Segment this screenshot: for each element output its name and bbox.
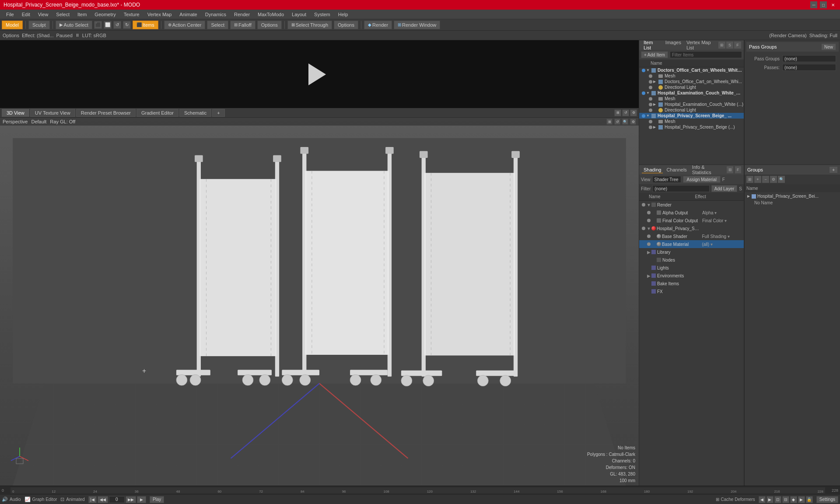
groups-tb-icon-1[interactable]: ⊞ — [746, 176, 753, 183]
action-center-button[interactable]: ⊕ Action Center — [164, 21, 206, 29]
minimize-button[interactable]: ─ — [810, 1, 817, 8]
viewport-icon-1[interactable]: ⊞ — [614, 109, 621, 116]
options1-button[interactable]: Options — [257, 21, 282, 29]
groups-tb-icon-4[interactable]: ⚙ — [770, 176, 777, 183]
groups-tb-icon-2[interactable]: + — [754, 176, 761, 183]
paused-label[interactable]: Paused — [56, 33, 72, 38]
vp-reset-icon[interactable]: ↺ — [614, 119, 620, 125]
render-button[interactable]: ◆ Render — [364, 21, 392, 29]
list-item[interactable]: Mesh — [639, 73, 744, 79]
viewport-icon-3[interactable]: ⚙ — [630, 109, 637, 116]
groups-tb-icon-5[interactable]: 🔍 — [778, 176, 785, 183]
timeline-ruler[interactable]: 0 12 24 36 48 60 72 84 96 108 120 132 14… — [10, 487, 825, 494]
menu-view[interactable]: View — [35, 11, 52, 18]
menu-edit[interactable]: Edit — [18, 11, 34, 18]
shader-item[interactable]: Bake Items — [639, 280, 744, 287]
close-button[interactable]: ✕ — [830, 1, 836, 8]
menu-render[interactable]: Render — [231, 11, 253, 18]
transport-icon-6[interactable]: ▶ — [798, 496, 805, 503]
group-expand-arrow[interactable]: ▶ — [747, 194, 752, 198]
shader-item[interactable]: ▶ Library — [639, 248, 744, 256]
toolbar-icon-1[interactable]: ⬛ — [94, 21, 102, 29]
menu-item[interactable]: Item — [74, 11, 90, 18]
play-label-button[interactable]: Play — [150, 496, 164, 503]
tab-gradient-editor[interactable]: Gradient Editor — [136, 109, 178, 117]
menu-geometry[interactable]: Geometry — [91, 11, 119, 18]
tab-item-list[interactable]: Item List — [642, 39, 662, 51]
list-item[interactable]: ▶ Doctors_Office_Cart_on_Wheels_Whi... — [639, 79, 744, 84]
menu-maxtomodo[interactable]: MaxToModo — [254, 11, 287, 18]
items-button[interactable]: ⬛ Items — [133, 21, 158, 29]
animated-button[interactable]: ⊡ Animated — [60, 497, 84, 502]
transport-icon-3[interactable]: ⊡ — [774, 496, 781, 503]
tab-render-preset[interactable]: Render Preset Browser — [76, 109, 136, 117]
expand-arrow[interactable]: ▼ — [646, 68, 651, 72]
model-button[interactable]: Model — [2, 21, 23, 29]
item-list-icon-1[interactable]: ⊞ — [718, 42, 725, 49]
tab-pass-groups[interactable]: Pass Groups — [749, 44, 777, 49]
new-group-button[interactable]: New — [821, 43, 836, 50]
groups-plus-button[interactable]: + — [829, 166, 838, 173]
menu-dynamics[interactable]: Dynamics — [202, 11, 230, 18]
tab-uv-texture[interactable]: UV Texture View — [30, 109, 75, 117]
next-frame-button[interactable]: ▶▶ — [126, 496, 136, 503]
maximize-button[interactable]: □ — [820, 1, 827, 8]
pass-groups-select[interactable]: (none) — [782, 55, 836, 62]
item-list-icon-3[interactable]: F — [734, 42, 741, 49]
menu-layout[interactable]: Layout — [288, 11, 310, 18]
menu-help[interactable]: Help — [335, 11, 352, 18]
shader-item[interactable]: Alpha Output Alpha ▾ — [639, 209, 744, 217]
menu-animate[interactable]: Animate — [176, 11, 200, 18]
settings-button[interactable]: Settings — [816, 496, 838, 503]
tab-3d-view[interactable]: 3D View — [2, 109, 29, 117]
assign-material-button[interactable]: Assign Material — [683, 176, 721, 183]
transport-icon-7[interactable]: 🔒 — [806, 496, 813, 503]
toolbar-icon-2[interactable]: ⬜ — [104, 21, 112, 29]
transport-icon-1[interactable]: ◀ — [759, 496, 766, 503]
options-link[interactable]: Options — [3, 33, 19, 38]
list-item[interactable]: ▼ Hospital_Examination_Couch_White_mo ..… — [639, 90, 744, 96]
shader-expand-arrow[interactable]: ▶ — [646, 273, 651, 278]
passes-select[interactable]: (none) — [782, 64, 836, 71]
frame-input[interactable] — [109, 496, 125, 503]
tab-shading[interactable]: Shading — [642, 167, 663, 173]
select-button[interactable]: Select — [207, 21, 228, 29]
transport-icon-5[interactable]: ◆ — [790, 496, 797, 503]
lut-label[interactable]: LUT: sRGB — [82, 33, 106, 38]
item-list-content[interactable]: ▼ Doctors_Office_Cart_on_Wheels_White ..… — [639, 67, 744, 164]
ray-gl-label[interactable]: Ray GL: Off — [50, 119, 75, 124]
sculpt-button[interactable]: Sculpt — [28, 21, 50, 29]
shading-icon-2[interactable]: F — [735, 166, 741, 173]
filter-select[interactable]: (none) — [652, 185, 710, 192]
shading-icon-1[interactable]: ⊞ — [727, 166, 733, 173]
filter-items-input[interactable] — [670, 51, 742, 58]
shader-expand-arrow[interactable]: ▼ — [646, 203, 651, 207]
expand-arrow[interactable]: ▶ — [653, 102, 658, 106]
tab-info-statistics[interactable]: Info & Statistics — [690, 164, 724, 175]
pause-icon[interactable]: ⏸ — [75, 33, 80, 38]
add-layer-button[interactable]: Add Layer — [711, 185, 738, 192]
expand-arrow[interactable]: ▶ — [653, 80, 658, 84]
shading-content[interactable]: ▼ Render Alpha Output Alpha ▾ — [639, 201, 744, 486]
shader-item[interactable]: Nodes — [639, 256, 744, 264]
expand-arrow[interactable]: ▼ — [646, 114, 651, 118]
list-item[interactable]: ▼ Hospital_Privacy_Screen_Beige_ ... — [639, 113, 744, 119]
shader-expand-arrow[interactable]: ▶ — [646, 250, 651, 255]
shader-expand-arrow[interactable]: ▼ — [646, 226, 651, 231]
options2-button[interactable]: Options — [334, 21, 358, 29]
shader-item[interactable]: Base Shader Full Shading ▾ — [639, 232, 744, 240]
shader-item[interactable]: FX — [639, 287, 744, 295]
tab-add[interactable]: + — [212, 109, 224, 117]
menu-file[interactable]: File — [3, 11, 18, 18]
viewport-icon-2[interactable]: ↺ — [622, 109, 629, 116]
shader-item[interactable]: ▼ Hospital_Privacy_Screen_... — [639, 224, 744, 232]
vp-look-icon[interactable]: 🔍 — [622, 119, 628, 125]
shader-item[interactable]: Base Material (all) ▾ — [639, 240, 744, 248]
list-item[interactable]: Mesh — [639, 96, 744, 102]
group-item[interactable]: ▶ Hospital_Privacy_Screen_Bei... — [746, 193, 840, 200]
item-list-icon-2[interactable]: S — [726, 42, 733, 49]
tab-images[interactable]: Images — [664, 39, 683, 51]
perspective-label[interactable]: Perspective — [3, 119, 28, 124]
group-item[interactable]: No Name — [746, 200, 840, 206]
menu-vertex-map[interactable]: Vertex Map — [144, 11, 175, 18]
